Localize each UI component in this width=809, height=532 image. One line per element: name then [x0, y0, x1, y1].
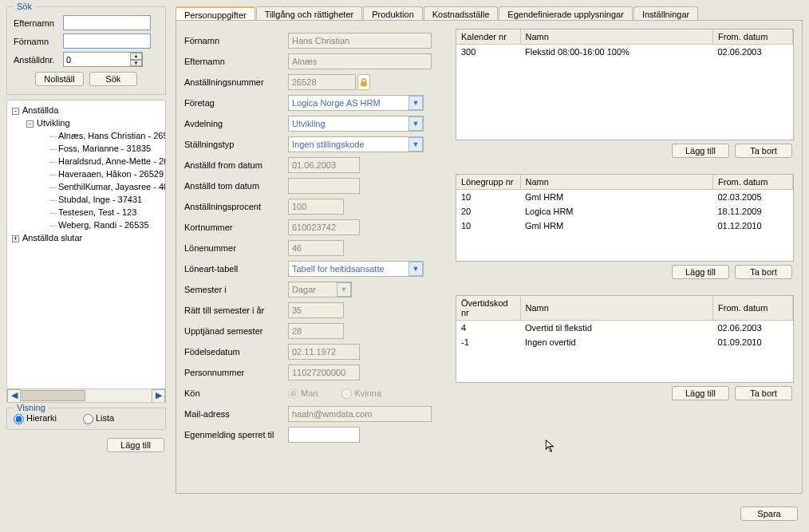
th-calendar-name[interactable]: Namn	[520, 30, 713, 45]
th-ot-nr[interactable]: Övertidskod nr	[456, 296, 520, 321]
add-employee-button[interactable]: Lägg till	[107, 438, 164, 452]
table-cell: 300	[456, 45, 520, 60]
tree-item[interactable]: Alnæs, Hans Christian - 26528	[58, 131, 166, 140]
tab-egendef[interactable]: Egendefinierade upplysningar	[499, 6, 633, 21]
tree-hscrollbar[interactable]: ◀ ▶	[7, 388, 165, 402]
table-cell: Gml HRM	[520, 219, 713, 233]
cursor-icon	[545, 439, 557, 457]
vacation-unit-label: Semester i	[184, 285, 288, 294]
chevron-up-icon: ▲	[130, 53, 142, 60]
table-row[interactable]: 4Overtid til flekstid02.06.2003	[456, 321, 793, 336]
chevron-down-icon: ▼	[130, 60, 142, 67]
tree-item[interactable]: Haveraaen, Håkon - 26529	[58, 169, 164, 179]
tree-root[interactable]: Anställda	[22, 105, 58, 115]
th-ot-from[interactable]: From. datum	[713, 296, 793, 321]
card-nr	[288, 219, 360, 235]
th-sg-from[interactable]: From. datum	[713, 175, 793, 190]
salary-table-select[interactable]	[288, 261, 424, 277]
save-button[interactable]: Spara	[740, 506, 798, 521]
firstname-label: Förnamn	[14, 37, 63, 46]
calendar-add-button[interactable]: Lägg till	[672, 144, 729, 158]
salarygroup-remove-button[interactable]: Ta bort	[735, 265, 792, 279]
overtime-add-button[interactable]: Lägg till	[672, 386, 729, 400]
tree-item[interactable]: SenthilKumar, Jayasree - 40030	[58, 182, 166, 191]
collapse-icon[interactable]: -	[26, 120, 34, 128]
chevron-down-icon[interactable]: ▼	[408, 262, 423, 276]
vacation-right	[288, 302, 344, 318]
th-sg-name[interactable]: Namn	[520, 175, 713, 190]
tab-produktion[interactable]: Produktion	[363, 6, 423, 21]
salary-nr	[288, 240, 344, 256]
empnr-spinner[interactable]: ▲ ▼	[130, 53, 142, 66]
tree-item[interactable]: Testesen, Test - 123	[58, 207, 136, 217]
table-cell: 01.09.2010	[713, 335, 793, 349]
salarygroup-add-button[interactable]: Lägg till	[672, 265, 729, 279]
scroll-thumb[interactable]	[22, 390, 85, 401]
th-calendar-nr[interactable]: Kalender nr	[456, 30, 520, 45]
overtime-table[interactable]: Övertidskod nr Namn From. datum 4Overtid…	[456, 295, 794, 383]
firstname-input[interactable]	[63, 33, 151, 49]
mail	[288, 406, 432, 422]
table-row[interactable]: 300Flekstid 08:00-16:00 100%02.06.2003	[456, 45, 793, 60]
chevron-right-icon[interactable]: ▶	[152, 389, 165, 403]
calendar-remove-button[interactable]: Ta bort	[735, 144, 792, 158]
lastname-input[interactable]	[63, 15, 151, 30]
gender-group: Man Kvinna	[288, 388, 405, 399]
view-list-option[interactable]: Lista	[83, 413, 114, 423]
employed-from	[288, 157, 360, 173]
tree-item[interactable]: Haraldsrud, Anne-Mette - 26527	[58, 156, 166, 166]
table-row[interactable]: 10Gml HRM01.12.2010	[456, 219, 793, 233]
th-sg-nr[interactable]: Lönegrupp nr	[456, 175, 520, 190]
expand-icon[interactable]: +	[12, 235, 19, 242]
table-cell: Ingen overtid	[520, 335, 713, 349]
tree-item[interactable]: Stubdal, Inge - 37431	[58, 195, 142, 204]
tree-root2[interactable]: Anställda slutar	[22, 233, 82, 242]
vacation-earned-label: Upptjänad semester	[184, 326, 288, 336]
view-hierarchy-option[interactable]: Hierarki	[14, 413, 57, 423]
tree-item[interactable]: Foss, Marianne - 31835	[58, 144, 151, 153]
table-row[interactable]: 10Gml HRM02.03.2005	[456, 190, 793, 205]
chevron-down-icon[interactable]: ▼	[408, 137, 423, 152]
position-label: Ställningstyp	[184, 140, 288, 149]
personnr	[288, 365, 360, 380]
salary-nr-label: Lönenummer	[184, 243, 288, 253]
view-title: Visning	[14, 403, 49, 412]
table-cell: Gml HRM	[520, 190, 713, 205]
table-row[interactable]: 20Logica HRM18.11.2009	[456, 204, 793, 219]
table-row[interactable]: -1Ingen overtid01.09.2010	[456, 335, 793, 349]
employment-pct-label: Anställningsprocent	[184, 202, 288, 211]
employed-to	[288, 178, 360, 194]
calendar-table[interactable]: Kalender nr Namn From. datum 300Flekstid…	[456, 29, 794, 140]
vacation-right-label: Rätt till semester i år	[184, 305, 288, 315]
egenmelding-input[interactable]	[288, 427, 360, 443]
th-calendar-from[interactable]: From. datum	[713, 30, 793, 45]
department-select[interactable]	[288, 116, 424, 132]
department-label: Avdelning	[184, 119, 288, 128]
chevron-down-icon[interactable]: ▼	[408, 96, 423, 110]
lock-icon[interactable]	[357, 74, 370, 90]
collapse-icon[interactable]: -	[12, 108, 19, 115]
employee-tree[interactable]: -Anställda -Utvikling Alnæs, Hans Christ…	[6, 100, 166, 403]
chevron-down-icon[interactable]: ▼	[408, 116, 423, 131]
chevron-left-icon[interactable]: ◀	[7, 389, 21, 403]
company-select[interactable]	[288, 95, 424, 111]
chevron-down-icon[interactable]: ▼	[337, 282, 351, 297]
gender-female	[341, 388, 352, 399]
salarygroup-table[interactable]: Lönegrupp nr Namn From. datum 10Gml HRM0…	[456, 174, 794, 262]
view-panel: Visning Hierarki Lista	[6, 408, 166, 430]
reset-button[interactable]: Nollställ	[35, 72, 84, 86]
table-cell: Flekstid 08:00-16:00 100%	[520, 45, 713, 60]
employed-from-label: Anställd from datum	[184, 160, 288, 170]
tab-tillgang[interactable]: Tillgång och rättigheter	[256, 6, 363, 21]
tab-kostnadsstalle[interactable]: Kostnadsställe	[424, 6, 499, 21]
table-cell: 02.03.2005	[713, 190, 793, 205]
search-button[interactable]: Sök	[89, 72, 137, 86]
tree-group[interactable]: Utvikling	[37, 118, 70, 128]
overtime-remove-button[interactable]: Ta bort	[735, 386, 792, 400]
tree-item[interactable]: Weberg, Randi - 26535	[58, 220, 149, 230]
th-ot-name[interactable]: Namn	[520, 296, 713, 321]
card-nr-label: Kortnummer	[184, 223, 288, 232]
search-panel: Sök Efternamn Förnamn Anställdnr. ▲ ▼ No…	[6, 6, 166, 95]
tab-installningar[interactable]: Inställningar	[633, 6, 698, 21]
position-select[interactable]	[288, 136, 424, 152]
